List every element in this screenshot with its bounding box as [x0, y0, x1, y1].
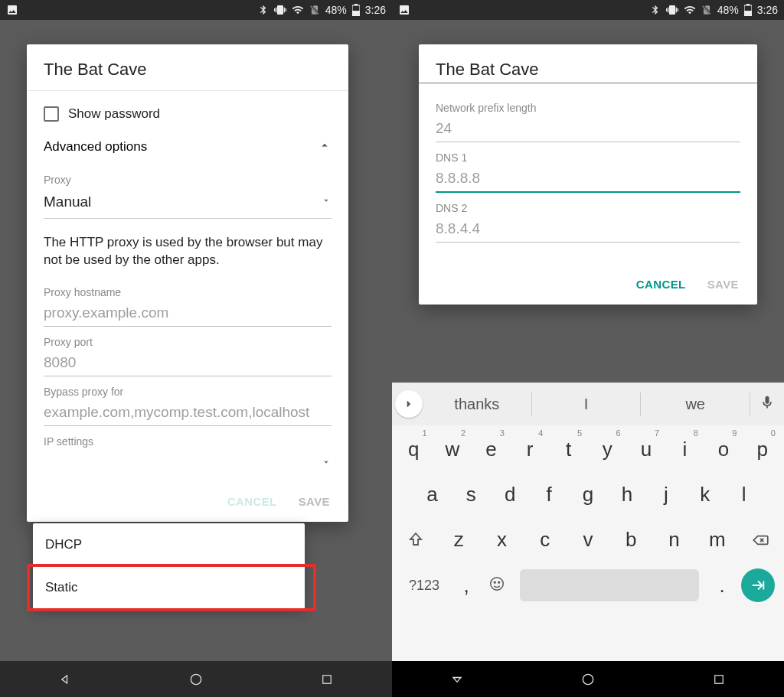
key-s[interactable]: s: [452, 478, 491, 511]
ip-settings-select[interactable]: DHCP: [44, 448, 332, 480]
key-l[interactable]: l: [724, 478, 763, 511]
bluetooth-icon: [650, 5, 661, 15]
key-w[interactable]: w2: [433, 433, 472, 466]
key-j[interactable]: j: [646, 478, 685, 511]
phone-right: 48% 3:26 The Bat Cave Network prefix len…: [392, 0, 784, 697]
enter-key[interactable]: [741, 568, 775, 602]
svg-point-8: [491, 577, 504, 590]
hostname-input[interactable]: [44, 298, 332, 327]
dialog-title: The Bat Cave: [419, 44, 757, 83]
proxy-value: Manual: [44, 194, 91, 210]
wifi-icon: [684, 4, 696, 16]
chevron-up-icon: [318, 138, 332, 155]
svg-rect-4: [322, 675, 331, 683]
save-button[interactable]: SAVE: [707, 278, 739, 291]
dropdown-item-static[interactable]: Static: [33, 566, 305, 609]
battery-text: 48%: [325, 4, 347, 16]
time-text: 3:26: [757, 4, 778, 16]
screenshot-icon: [6, 4, 18, 16]
dialog-actions: CANCEL SAVE: [419, 249, 757, 305]
key-f[interactable]: f: [530, 478, 569, 511]
dns1-input[interactable]: [436, 164, 740, 193]
key-m[interactable]: m: [696, 523, 739, 556]
proxy-select[interactable]: Manual: [44, 186, 332, 219]
vibrate-icon: [274, 4, 286, 16]
shift-key[interactable]: [394, 523, 437, 556]
ip-dropdown-menu: DHCP Static: [33, 523, 305, 609]
key-k[interactable]: k: [685, 478, 724, 511]
key-u[interactable]: u7: [627, 433, 666, 466]
svg-rect-6: [744, 11, 752, 16]
bluetooth-icon: [258, 5, 269, 15]
comma-key[interactable]: ,: [451, 569, 482, 602]
battery-icon: [744, 4, 752, 16]
cancel-button[interactable]: CANCEL: [227, 495, 277, 508]
keyboard-row-1: q1 w2 e3 r4 t5 y6 u7 i8 o9 p0: [394, 433, 782, 466]
save-button[interactable]: SAVE: [299, 495, 330, 508]
dropdown-icon: [321, 457, 332, 471]
emoji-key[interactable]: [482, 569, 512, 602]
show-password-row[interactable]: Show password: [44, 96, 332, 129]
dropdown-item-dhcp[interactable]: DHCP: [33, 523, 305, 566]
mic-icon[interactable]: [750, 395, 784, 413]
time-text: 3:26: [365, 4, 386, 16]
key-x[interactable]: x: [480, 523, 523, 556]
svg-point-10: [498, 581, 500, 583]
nav-home-button[interactable]: [173, 672, 219, 687]
hostname-label: Proxy hostname: [44, 286, 332, 298]
key-v[interactable]: v: [567, 523, 609, 556]
expand-suggestions-button[interactable]: [395, 390, 423, 418]
key-r[interactable]: r4: [511, 433, 550, 466]
key-y[interactable]: y6: [588, 433, 627, 466]
space-key[interactable]: [520, 569, 699, 601]
cancel-button[interactable]: CANCEL: [636, 278, 686, 291]
suggestion-3[interactable]: we: [641, 392, 750, 416]
advanced-options-row[interactable]: Advanced options: [44, 129, 332, 164]
screenshot-icon: [398, 4, 410, 16]
nav-back-button[interactable]: [434, 672, 480, 687]
port-input[interactable]: [44, 348, 332, 376]
phone-left: 48% 3:26 The Bat Cave Show password Adva…: [0, 0, 392, 697]
battery-icon: [352, 4, 360, 16]
key-o[interactable]: o9: [704, 433, 743, 466]
period-key[interactable]: .: [707, 569, 737, 602]
key-z[interactable]: z: [437, 523, 480, 556]
key-b[interactable]: b: [609, 523, 652, 556]
nav-bar: [0, 661, 392, 697]
suggestion-1[interactable]: thanks: [423, 392, 532, 416]
key-n[interactable]: n: [652, 523, 695, 556]
nav-recent-button[interactable]: [696, 673, 742, 686]
no-sim-icon: [701, 5, 712, 15]
ip-settings-label: IP settings: [44, 435, 332, 448]
dns2-label: DNS 2: [436, 202, 740, 214]
bypass-label: Bypass proxy for: [44, 386, 332, 398]
key-g[interactable]: g: [569, 478, 608, 511]
nav-recent-button[interactable]: [304, 673, 350, 686]
show-password-checkbox[interactable]: [44, 106, 59, 122]
symbols-key[interactable]: ?123: [397, 569, 451, 601]
nav-bar: [392, 661, 784, 697]
svg-rect-1: [352, 11, 360, 16]
status-bar: 48% 3:26: [392, 0, 784, 20]
key-e[interactable]: e3: [472, 433, 511, 466]
svg-point-3: [191, 674, 201, 684]
key-c[interactable]: c: [524, 523, 567, 556]
key-t[interactable]: t5: [549, 433, 588, 466]
no-sim-icon: [309, 5, 320, 15]
key-q[interactable]: q1: [394, 433, 433, 466]
key-p[interactable]: p0: [743, 433, 782, 466]
nav-home-button[interactable]: [565, 672, 611, 687]
key-d[interactable]: d: [491, 478, 530, 511]
key-i[interactable]: i8: [665, 433, 704, 466]
wifi-dialog: The Bat Cave Show password Advanced opti…: [27, 44, 348, 522]
dns2-input[interactable]: [436, 214, 740, 243]
key-a[interactable]: a: [413, 478, 452, 511]
svg-rect-12: [714, 675, 723, 683]
bypass-input[interactable]: [44, 398, 332, 426]
key-h[interactable]: h: [607, 478, 646, 511]
nav-back-button[interactable]: [42, 672, 88, 687]
prefix-label: Network prefix length: [436, 102, 740, 114]
suggestion-2[interactable]: I: [532, 392, 642, 416]
backspace-key[interactable]: [739, 523, 782, 556]
prefix-input[interactable]: [436, 114, 740, 142]
